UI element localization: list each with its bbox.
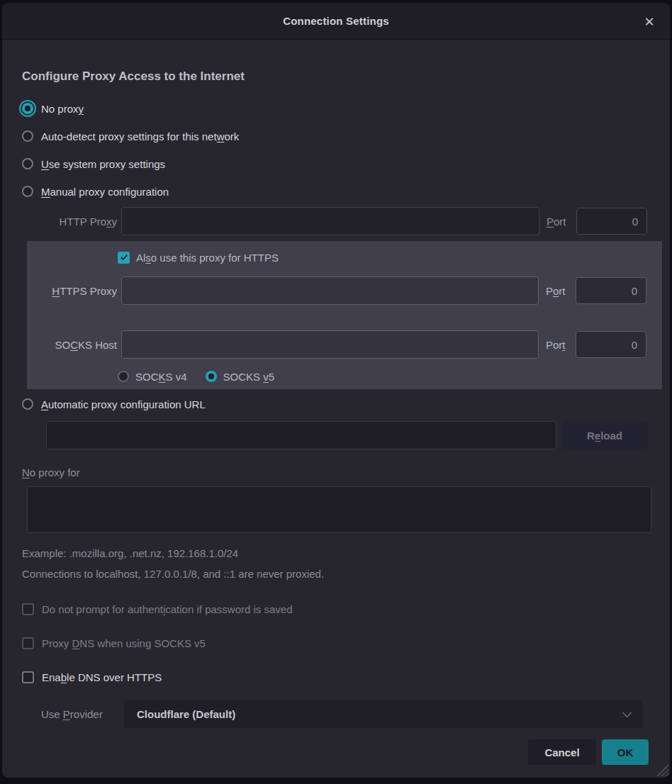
socks-v5-label[interactable]: SOCKS v5	[223, 371, 275, 383]
http-port-input[interactable]	[576, 208, 647, 235]
radio-manual[interactable]: Manual proxy configuration	[22, 184, 647, 199]
socks-v4-label[interactable]: SOCKS v4	[135, 371, 187, 383]
radio-autoconfig-label: Automatic proxy configuration URL	[41, 398, 206, 410]
checkbox-checked-icon	[118, 252, 130, 264]
socks-host-label: SOCKS Host	[30, 339, 117, 351]
autoconfig-url-row: Reload	[2, 421, 670, 449]
radio-unchecked-icon	[22, 398, 33, 410]
use-provider-label: Use Provider	[41, 708, 124, 720]
dialog-title: Connection Settings	[283, 15, 389, 27]
radio-unchecked-icon	[22, 186, 33, 197]
https-socks-highlight-section: Also use this proxy for HTTPS HTTPS Prox…	[27, 241, 662, 389]
share-proxy-checkbox-row[interactable]: Also use this proxy for HTTPS	[27, 250, 662, 265]
dialog-content: Configure Proxy Access to the Internet N…	[2, 69, 670, 765]
reload-button[interactable]: Reload	[562, 421, 647, 449]
radio-no-proxy-label: No proxy	[41, 103, 84, 115]
radio-unchecked-icon	[22, 158, 33, 169]
socks-port-label: Port	[546, 339, 570, 351]
radio-auto-detect-label: Auto-detect proxy settings for this netw…	[41, 130, 239, 142]
no-prompt-auth-label: Do not prompt for authentication if pass…	[42, 603, 293, 615]
connection-settings-dialog: Connection Settings ✕ Configure Proxy Ac…	[2, 3, 670, 778]
radio-manual-label: Manual proxy configuration	[41, 186, 169, 198]
no-proxy-example-text: Example: .mozilla.org, .net.nz, 192.168.…	[22, 547, 647, 560]
radio-checked-icon[interactable]	[206, 371, 217, 382]
no-proxy-for-label: No proxy for	[22, 466, 647, 481]
provider-row: Use Provider Cloudflare (Default)	[2, 700, 670, 728]
http-proxy-input[interactable]	[121, 207, 539, 235]
autoconfig-url-input[interactable]	[46, 421, 556, 449]
page-title: Configure Proxy Access to the Internet	[22, 69, 647, 84]
radio-use-system[interactable]: Use system proxy settings	[22, 156, 647, 172]
provider-select-value: Cloudflare (Default)	[137, 708, 235, 720]
proxy-dns-socks5-label: Proxy DNS when using SOCKS v5	[42, 637, 206, 649]
http-proxy-row: HTTP Proxy Port	[2, 207, 670, 235]
checkbox-dns-over-https[interactable]: Enable DNS over HTTPS	[22, 669, 647, 685]
close-button[interactable]: ✕	[640, 13, 659, 31]
socks-port-input[interactable]	[576, 331, 646, 358]
cancel-button[interactable]: Cancel	[528, 739, 596, 765]
radio-autoconfig-url[interactable]: Automatic proxy configuration URL	[22, 396, 647, 412]
https-proxy-label: HTTPS Proxy	[30, 285, 117, 297]
radio-use-system-label: Use system proxy settings	[41, 158, 165, 170]
radio-unchecked-icon[interactable]	[118, 371, 129, 382]
radio-unchecked-icon	[22, 130, 33, 142]
localhost-note-text: Connections to localhost, 127.0.0.1/8, a…	[22, 568, 647, 581]
http-port-label: Port	[547, 215, 571, 228]
checkbox-no-prompt-auth[interactable]: Do not prompt for authentication if pass…	[22, 601, 647, 617]
https-proxy-input[interactable]	[121, 276, 539, 305]
radio-auto-detect[interactable]: Auto-detect proxy settings for this netw…	[22, 128, 647, 144]
resize-grip[interactable]	[656, 764, 668, 776]
socks-host-input[interactable]	[121, 330, 539, 359]
https-port-label: Port	[546, 285, 570, 297]
http-proxy-label: HTTP Proxy	[30, 215, 117, 228]
close-icon: ✕	[644, 15, 654, 29]
socks-host-row: SOCKS Host Port	[27, 330, 662, 359]
socks-version-row: SOCKS v4 SOCKS v5	[27, 369, 662, 384]
radio-checked-icon	[22, 103, 33, 114]
chevron-down-icon	[622, 708, 632, 717]
https-proxy-row: HTTPS Proxy Port	[27, 276, 662, 305]
dialog-titlebar: Connection Settings ✕	[2, 3, 670, 40]
checkbox-proxy-dns-socks5[interactable]: Proxy DNS when using SOCKS v5	[22, 635, 647, 651]
no-proxy-for-textarea[interactable]	[27, 486, 651, 533]
checkbox-unchecked-icon	[22, 637, 34, 649]
checkbox-unchecked-icon	[22, 603, 34, 615]
dialog-footer: Cancel OK	[2, 739, 670, 765]
share-proxy-checkbox-label: Also use this proxy for HTTPS	[136, 252, 279, 264]
check-icon	[120, 253, 128, 262]
ok-button[interactable]: OK	[602, 739, 649, 765]
provider-select[interactable]: Cloudflare (Default)	[124, 700, 643, 728]
checkbox-unchecked-icon	[22, 671, 34, 683]
dns-over-https-label: Enable DNS over HTTPS	[42, 671, 162, 683]
radio-no-proxy[interactable]: No proxy	[22, 101, 647, 116]
https-port-input[interactable]	[576, 277, 646, 304]
